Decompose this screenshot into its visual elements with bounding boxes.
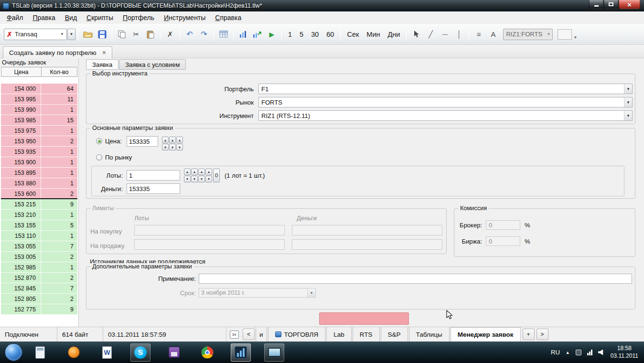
transaq-dropdown-button[interactable]: ▼: [67, 29, 75, 40]
spin-up-icon[interactable]: ▲: [205, 169, 212, 175]
minimize-button[interactable]: [589, 0, 603, 9]
bid-row[interactable]: 152 8052: [1, 294, 77, 304]
save-button[interactable]: [96, 28, 109, 41]
run-script-button[interactable]: ▶: [265, 28, 279, 41]
show-hidden-icons-chevron[interactable]: ▲: [566, 350, 570, 355]
spin-down-icon[interactable]: ▼: [176, 144, 183, 150]
timeframe-1-button[interactable]: 1: [284, 29, 296, 40]
trendline-tool-button[interactable]: ╱: [424, 28, 437, 41]
spin-down-icon[interactable]: ▼: [205, 176, 212, 182]
unit-seconds-button[interactable]: Сек: [343, 29, 363, 40]
note-input[interactable]: [199, 274, 632, 284]
scroll-tabs-left-button[interactable]: <: [243, 329, 255, 340]
tab-order[interactable]: Заявка: [86, 59, 118, 70]
network-icon[interactable]: [587, 350, 592, 355]
ask-row[interactable]: 153 9001: [1, 157, 77, 168]
spin-down-icon[interactable]: ▼: [169, 144, 176, 150]
menu-edit[interactable]: Правка: [28, 12, 60, 23]
taskbar-tslab-button[interactable]: [231, 343, 251, 362]
price-input[interactable]: [127, 136, 158, 147]
bid-row[interactable]: 153 2159: [1, 199, 77, 210]
chevron-down-icon[interactable]: ▼: [624, 97, 632, 107]
horizontal-line-tool-button[interactable]: ─: [438, 28, 451, 41]
unit-days-button[interactable]: Дни: [384, 29, 404, 40]
bid-row[interactable]: 153 0052: [1, 252, 77, 262]
unit-minutes-button[interactable]: Мин: [363, 29, 384, 40]
spin-up-icon[interactable]: ▲: [162, 137, 169, 143]
bid-row[interactable]: 152 8702: [1, 273, 77, 283]
ask-row[interactable]: 153 8801: [1, 178, 77, 189]
paste-button[interactable]: [144, 28, 157, 41]
portfolio-combo[interactable]: F1 ▼: [258, 84, 633, 94]
ask-row[interactable]: 153 99511: [1, 94, 77, 105]
workspace-tab-lab[interactable]: Lab: [326, 327, 352, 342]
spin-down-icon[interactable]: ▼: [191, 176, 198, 182]
market-order-radio[interactable]: По рынку: [96, 152, 629, 162]
spin-up-icon[interactable]: ▲: [198, 169, 205, 175]
maximize-button[interactable]: [604, 0, 618, 9]
chevron-down-icon[interactable]: ▼: [624, 111, 632, 120]
chevron-down-icon[interactable]: ▼: [624, 84, 632, 94]
language-indicator[interactable]: RU: [551, 349, 560, 356]
menu-portfolio[interactable]: Портфель: [118, 12, 159, 23]
undo-button[interactable]: ↶: [183, 28, 196, 41]
spin-up-icon[interactable]: ▲: [191, 169, 198, 175]
menu-view[interactable]: Вид: [60, 12, 82, 23]
menu-scripts[interactable]: Скрипты: [82, 12, 118, 23]
bid-row[interactable]: 153 2101: [1, 210, 77, 220]
redo-button[interactable]: ↷: [197, 28, 211, 41]
pointer-tool-button[interactable]: [409, 28, 423, 41]
tab-conditional-order[interactable]: Заявка с условием: [119, 59, 186, 70]
menu-instruments[interactable]: Инструменты: [159, 12, 210, 23]
workspace-tab-rts[interactable]: RTS: [353, 327, 380, 342]
taskbar-backup-button[interactable]: [164, 343, 184, 362]
bid-row[interactable]: 152 8457: [1, 283, 77, 294]
chevron-down-icon[interactable]: ▼: [573, 35, 577, 40]
close-tab-icon[interactable]: ×: [102, 49, 106, 56]
levels-tool-button[interactable]: ≡: [472, 28, 485, 41]
delete-button[interactable]: ✗: [163, 28, 177, 41]
ask-row[interactable]: 153 9351: [1, 147, 77, 157]
chart-export-button[interactable]: [251, 28, 264, 41]
lots-input[interactable]: [127, 170, 180, 181]
timeframe-60-button[interactable]: 60: [322, 29, 338, 40]
taskbar-media-player-button[interactable]: [64, 343, 84, 362]
market-combo[interactable]: FORTS ▼: [258, 97, 633, 107]
radio-checked-icon[interactable]: [96, 138, 102, 144]
taskbar-clock[interactable]: 18:58 03.11.2011: [611, 345, 638, 360]
vertical-line-tool-button[interactable]: │: [452, 28, 466, 41]
ask-row[interactable]: 153 6002: [1, 189, 77, 199]
bid-row[interactable]: 152 9851: [1, 262, 77, 273]
spin-up-icon[interactable]: ▲: [176, 137, 183, 143]
symbol-combo[interactable]: RIZ1:FORTS ▼: [503, 29, 553, 40]
copy-button[interactable]: [115, 28, 129, 41]
workspace-tab-trading[interactable]: ТОРГОВЛЯ: [268, 327, 326, 342]
workspace-tab-partial[interactable]: и: [256, 327, 267, 342]
taskbar-skype-button[interactable]: S: [130, 343, 150, 362]
workspace-tab-tables[interactable]: Таблицы: [409, 327, 450, 342]
mini-calendar-button[interactable]: 34: [226, 327, 242, 342]
table-view-button[interactable]: [217, 28, 230, 41]
quantity-column-header[interactable]: Кол-во: [42, 67, 77, 76]
spin-up-icon[interactable]: ▲: [184, 169, 191, 175]
bid-row[interactable]: 153 0557: [1, 241, 77, 252]
ask-row[interactable]: 153 9901: [1, 105, 77, 115]
zero-lots-button[interactable]: 0: [213, 169, 220, 182]
spin-up-icon[interactable]: ▲: [169, 137, 176, 143]
ask-row[interactable]: 153 9502: [1, 136, 77, 147]
taskbar-calculator-button[interactable]: [30, 343, 50, 362]
ask-row[interactable]: 153 8951: [1, 168, 77, 178]
taskbar-word-button[interactable]: W: [97, 343, 117, 362]
bid-row[interactable]: 153 1101: [1, 231, 77, 241]
ask-row[interactable]: 153 9751: [1, 126, 77, 136]
cut-button[interactable]: ✂: [129, 28, 143, 41]
transaq-connection-combo[interactable]: ✗ Transaq ▼: [4, 29, 67, 40]
scroll-tabs-right-button[interactable]: >: [537, 329, 548, 340]
workspace-tab-sp[interactable]: S&P: [381, 327, 408, 342]
menu-help[interactable]: Справка: [210, 12, 246, 23]
open-file-button[interactable]: [81, 28, 95, 41]
bid-row[interactable]: 153 1555: [1, 220, 77, 231]
price-radio[interactable]: Цена:: [96, 138, 127, 145]
action-center-icon[interactable]: [576, 350, 581, 355]
money-input[interactable]: [127, 183, 180, 194]
